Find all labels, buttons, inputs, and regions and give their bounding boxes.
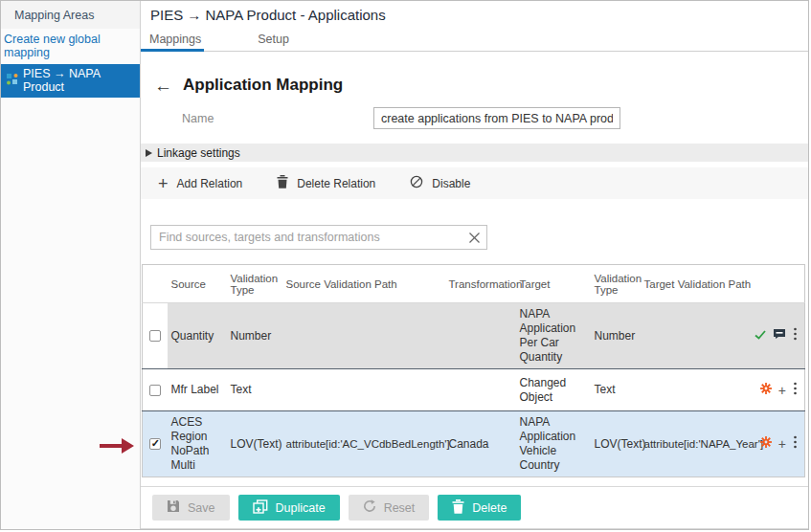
save-button: Save [152,495,230,521]
add-icon[interactable]: + [778,384,786,397]
disable-circle-slash-icon [410,175,423,191]
valid-check-icon [755,329,766,344]
search-input[interactable] [150,225,487,250]
row-pointer-arrow [100,438,134,454]
sidebar-create-mapping-link[interactable]: Create new global mapping [1,29,140,64]
cell-target-validation-path [641,303,754,369]
mapping-area-icon [6,73,18,88]
linkage-settings-label: Linkage settings [157,146,240,160]
cell-target: NAPA Application Per Car Quantity [516,303,591,369]
kebab-menu-icon[interactable] [793,327,798,344]
tab-setup[interactable]: Setup [258,33,289,46]
cell-transformation [445,369,516,411]
mappings-table: Source Validation Type Source Validation… [142,264,805,477]
cell-source: Mfr Label [168,369,227,411]
search-box [150,225,487,250]
tab-mappings[interactable]: Mappings [149,33,201,46]
delete-trash-icon [452,499,464,517]
table-header-row: Source Validation Type Source Validation… [143,265,805,303]
duplicate-copy-icon [253,499,268,517]
add-relation-button[interactable]: + Add Relation [158,175,242,192]
reset-button: Reset [349,495,430,521]
cell-target: NAPA Application Vehicle Country [516,411,591,477]
table-row-mfr-label[interactable]: Mfr Label Text Changed Object Text [143,369,805,411]
duplicate-label: Duplicate [276,501,326,515]
cell-source-validation-path [282,369,445,411]
select-all-column [143,265,168,303]
col-target-validation-path: Target Validation Path [641,265,754,303]
expander-triangle-icon [146,149,152,157]
delete-label: Delete [472,501,507,515]
cell-source-validation-path [282,303,445,369]
table-row-aces-region-selected[interactable]: ACES Region NoPath Multi LOV(Text) attri… [143,411,805,477]
cell-transformation [445,303,516,369]
cell-transformation: Canada [445,411,516,477]
cell-target-validation-path: attribute[id:'NAPA_Year'] [641,411,754,477]
delete-relation-button[interactable]: Delete Relation [277,175,375,191]
trash-icon [277,175,288,191]
kebab-menu-icon[interactable] [793,435,798,453]
comment-icon[interactable] [773,328,786,344]
row-checkbox[interactable] [149,385,161,396]
row-checkbox[interactable] [149,330,161,342]
col-source-validation-type: Validation Type [227,265,282,303]
cell-source: ACES Region NoPath Multi [168,411,227,477]
cell-source-validation-type: LOV(Text) [227,411,282,477]
cell-source-validation-type: Number [227,303,282,369]
cell-target-validation-type: Text [591,369,641,411]
sidebar-item-pies-napa-product[interactable]: PIES → NAPA Product [1,64,140,98]
transformation-gear-icon [760,436,772,452]
main-panel: PIES → NAPA Product - Applications Mappi… [141,1,808,529]
reset-label: Reset [384,501,416,515]
cell-target: Changed Object [516,369,591,411]
cell-source-validation-type: Text [227,369,282,411]
delete-relation-label: Delete Relation [297,177,375,190]
col-source: Source [168,265,227,303]
relation-toolbar: + Add Relation Delete Relation [141,167,808,199]
tab-bar: Mappings Setup [141,27,808,52]
content-area: ← Application Mapping Name Linkage setti… [141,52,808,529]
back-arrow-icon[interactable]: ← [154,77,172,95]
clear-search-icon[interactable] [468,231,481,248]
linkage-settings-expander[interactable]: Linkage settings [141,144,808,162]
transformation-gear-icon [760,383,772,398]
sidebar-item-label: PIES → NAPA Product [23,67,136,94]
col-target-validation-type: Validation Type [591,265,641,303]
page-title: PIES → NAPA Product - Applications [141,1,808,23]
disable-button[interactable]: Disable [410,175,470,191]
disable-label: Disable [432,177,470,190]
col-source-validation-path: Source Validation Path [282,265,445,303]
reset-refresh-icon [363,499,376,516]
add-icon[interactable]: + [778,437,786,451]
cell-source-validation-path: attribute[id:'AC_VCdbBedLength'] [282,411,445,477]
action-bar: Save Duplicate [141,486,808,529]
delete-button[interactable]: Delete [438,495,521,521]
table-row-quantity[interactable]: Quantity Number NAPA Application Per Car… [143,303,805,369]
name-input[interactable] [373,107,620,129]
cell-target-validation-path [641,369,754,411]
name-label: Name [182,112,373,125]
duplicate-button[interactable]: Duplicate [238,495,340,521]
cell-target-validation-type: Number [591,303,641,369]
sidebar-title: Mapping Areas [1,1,140,29]
add-relation-label: Add Relation [177,177,243,190]
row-checkbox[interactable] [149,438,161,450]
col-actions [754,265,805,303]
mapping-heading: Application Mapping [183,76,343,95]
plus-icon: + [158,175,169,192]
save-label: Save [188,501,215,515]
col-transformation: Transformation [445,265,516,303]
save-floppy-icon [167,499,180,516]
cell-target-validation-type: LOV(Text) [591,411,641,477]
cell-source: Quantity [168,303,227,369]
col-target: Target [516,265,591,303]
kebab-menu-icon[interactable] [793,382,798,399]
app-window: Mapping Areas Create new global mapping … [0,0,809,530]
